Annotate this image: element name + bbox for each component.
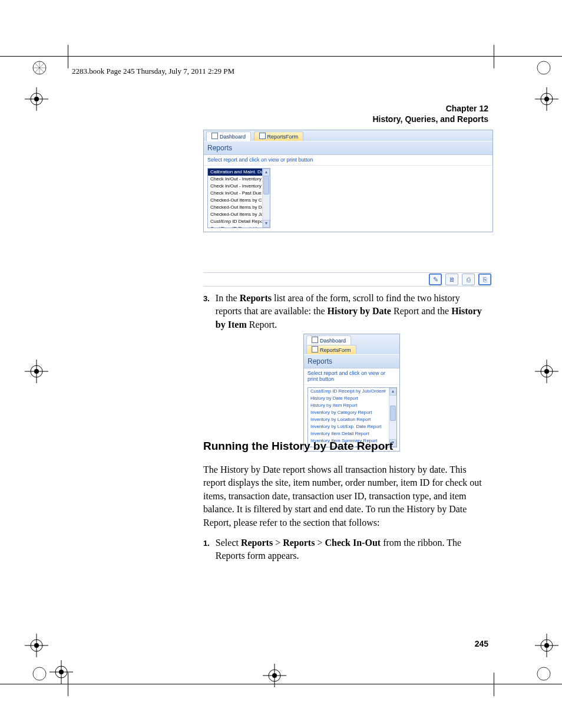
tab-dashboard[interactable]: Dashboard <box>306 335 351 345</box>
tab-icon <box>211 133 218 139</box>
list-item[interactable]: Calibration and Maint. Due Report <box>208 169 270 176</box>
tab-icon <box>259 133 266 139</box>
reports-form-screenshot-1: Dashboard ReportsForm Reports Select rep… <box>203 130 493 232</box>
list-item[interactable]: History by Date Report <box>308 395 396 402</box>
drill-hole-icon <box>32 666 47 681</box>
page-number: 245 <box>475 639 488 648</box>
svg-point-6 <box>33 667 46 680</box>
step-number: 3. <box>203 294 210 331</box>
list-item[interactable]: Checked-Out Items by Department <box>208 204 270 211</box>
step-text: Select Reports > Reports > Check In-Out … <box>216 536 488 563</box>
report-toolbar: ✎ 🗎 ⎙ ⎘ <box>203 272 492 286</box>
form-hint: Select report and click on view or print… <box>304 368 399 385</box>
step-3: 3. In the Reports list area of the form,… <box>203 292 488 331</box>
form-hint: Select report and click on view or print… <box>204 155 492 166</box>
svg-point-7 <box>537 667 550 680</box>
scrollbar[interactable]: ▲ ▼ <box>262 169 270 228</box>
list-item[interactable]: Inventory by Lot/Exp. Date Report <box>308 423 396 430</box>
section-running-history-by-date: Running the History by Date Report The H… <box>203 440 488 570</box>
chapter-title: History, Queries, and Reports <box>372 114 488 124</box>
step-1: 1. Select Reports > Reports > Check In-O… <box>203 536 488 563</box>
scrollbar[interactable]: ▲ ▼ <box>389 388 396 447</box>
step-text: In the Reports list area of the form, sc… <box>216 292 488 331</box>
registration-mark-icon <box>263 664 286 687</box>
list-item[interactable]: History by Item Report <box>308 402 396 409</box>
exit-button[interactable]: ⎘ <box>478 274 491 285</box>
list-item[interactable]: Cust/Emp ID Receipt by Job/Order# <box>308 388 396 395</box>
tab-dashboard[interactable]: Dashboard <box>206 131 251 141</box>
registration-mark-icon <box>25 634 48 657</box>
list-item[interactable]: Cust/Emp ID Detail Report <box>208 218 270 225</box>
tab-reportsform[interactable]: ReportsForm <box>306 345 356 354</box>
registration-mark-icon <box>535 87 558 111</box>
reports-listbox[interactable]: Cust/Emp ID Receipt by Job/Order# Histor… <box>308 387 397 447</box>
app-tab-strip: Dashboard ReportsForm <box>304 334 399 354</box>
list-item[interactable]: Inventory by Location Report <box>308 416 396 423</box>
list-item[interactable]: Checked-Out Items by Job/Order # <box>208 211 270 218</box>
form-title: Reports <box>304 354 399 368</box>
chapter-header: Chapter 12 History, Queries, and Reports <box>372 103 488 124</box>
reports-listbox[interactable]: Calibration and Maint. Due Report Check … <box>207 168 270 228</box>
edit-report-button[interactable]: ✎ <box>429 274 442 285</box>
chapter-number: Chapter 12 <box>372 103 488 114</box>
exit-icon: ⎘ <box>483 276 487 283</box>
print-header: 2283.book Page 245 Thursday, July 7, 201… <box>72 67 234 76</box>
registration-mark-icon <box>535 634 558 657</box>
tab-icon <box>312 337 318 343</box>
page-icon: 🗎 <box>449 276 455 283</box>
print-report-button[interactable]: ⎙ <box>462 274 475 285</box>
reports-form-screenshot-2: Dashboard ReportsForm Reports Select rep… <box>303 334 400 452</box>
tab-reportsform[interactable]: ReportsForm <box>254 131 304 141</box>
registration-mark-icon <box>535 360 558 383</box>
list-item[interactable]: Cust/Emp ID Receipt by Job/Order# <box>208 225 270 228</box>
list-item[interactable]: Inventory Item Detail Report <box>308 430 396 437</box>
svg-point-5 <box>537 61 550 74</box>
scroll-up-icon[interactable]: ▲ <box>389 388 396 396</box>
crop-marks-top <box>0 56 562 57</box>
drill-hole-icon <box>32 60 47 75</box>
registration-mark-icon <box>25 360 48 383</box>
list-item[interactable]: Inventory by Category Report <box>308 409 396 416</box>
pencil-icon: ✎ <box>433 276 438 283</box>
scroll-thumb[interactable] <box>390 406 396 421</box>
list-item[interactable]: Check In/Out - Inventory Details <box>208 176 270 183</box>
list-item[interactable]: Check In/Out - Past Due Report <box>208 190 270 197</box>
list-item[interactable]: Check In/Out - Inventory Summary <box>208 183 270 190</box>
page: 2283.book Page 245 Thursday, July 7, 201… <box>0 0 562 728</box>
registration-mark-icon <box>25 87 48 111</box>
tab-icon <box>312 346 318 353</box>
app-tab-strip: Dashboard ReportsForm <box>204 130 492 141</box>
drill-hole-icon <box>536 666 551 681</box>
preview-report-button[interactable]: 🗎 <box>445 274 458 285</box>
form-title: Reports <box>204 141 492 155</box>
section-heading: Running the History by Date Report <box>203 440 488 453</box>
section-paragraph: The History by Date report shows all tra… <box>203 463 488 529</box>
scroll-down-icon[interactable]: ▼ <box>263 220 270 228</box>
step-number: 1. <box>203 538 210 563</box>
drill-hole-icon <box>536 60 551 75</box>
printer-icon: ⎙ <box>467 276 471 283</box>
registration-mark-icon <box>49 660 73 684</box>
scroll-thumb[interactable] <box>263 176 269 195</box>
list-item[interactable]: Checked-Out Items by Cust/Emp ID <box>208 197 270 204</box>
